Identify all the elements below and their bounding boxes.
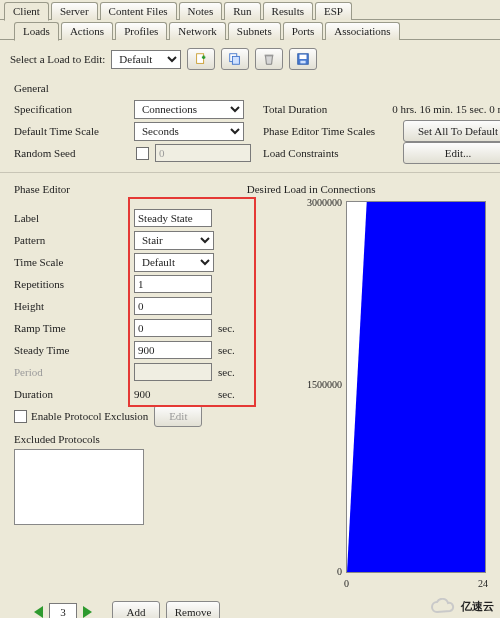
subtab-network[interactable]: Network xyxy=(169,22,226,40)
x-tick-r: 24 xyxy=(478,578,488,589)
sub-tabs: Loads Actions Profiles Network Subnets P… xyxy=(10,20,500,40)
steady-time-input[interactable] xyxy=(134,341,212,359)
chart-plot-area xyxy=(346,201,486,573)
protocol-exclusion-checkbox[interactable] xyxy=(14,410,27,423)
load-constraints-edit-button[interactable]: Edit... xyxy=(403,142,500,164)
y-tick-top: 3000000 xyxy=(307,197,342,208)
period-input xyxy=(134,363,212,381)
svg-rect-5 xyxy=(300,55,307,59)
save-icon xyxy=(296,52,310,66)
protocol-exclusion-edit-button: Edit xyxy=(154,405,202,427)
subtab-loads[interactable]: Loads xyxy=(14,22,59,41)
phase-and-chart: Phase Editor Label PatternStair Time Sca… xyxy=(8,179,492,591)
phase-editor-title: Phase Editor xyxy=(14,183,235,195)
period-unit: sec. xyxy=(218,366,235,378)
general-panel: General SpecificationConnections Default… xyxy=(8,78,492,170)
phase-label-label: Label xyxy=(14,212,134,224)
subtab-actions[interactable]: Actions xyxy=(61,22,113,40)
chart-title: Desired Load in Connections xyxy=(247,183,486,195)
pattern-select[interactable]: Stair xyxy=(134,231,214,250)
svg-rect-6 xyxy=(301,61,306,64)
ramp-unit: sec. xyxy=(218,322,235,334)
add-phase-button[interactable]: Add xyxy=(112,601,160,618)
steady-unit: sec. xyxy=(218,344,235,356)
y-tick-bot: 0 xyxy=(337,566,342,577)
chart-series xyxy=(347,202,485,572)
tab-server[interactable]: Server xyxy=(51,2,98,20)
main-tabs: Client Server Content Files Notes Run Re… xyxy=(0,0,500,20)
general-title: General xyxy=(14,82,486,94)
svg-marker-7 xyxy=(347,202,485,572)
svg-rect-2 xyxy=(233,56,240,64)
tab-esp[interactable]: ESP xyxy=(315,2,352,20)
specification-select[interactable]: Connections xyxy=(134,100,244,119)
phase-index-input[interactable] xyxy=(49,603,77,618)
y-tick-mid: 1500000 xyxy=(307,379,342,390)
new-load-button[interactable] xyxy=(187,48,215,70)
x-tick-0: 0 xyxy=(344,578,349,589)
duration-unit: sec. xyxy=(218,388,235,400)
steady-time-label: Steady Time xyxy=(14,344,134,356)
cloud-icon xyxy=(431,598,457,614)
height-input[interactable] xyxy=(134,297,212,315)
svg-rect-0 xyxy=(197,54,204,64)
load-toolbar: Select a Load to Edit: Default xyxy=(0,40,500,78)
phase-editor-timescales-label: Phase Editor Time Scales xyxy=(263,125,403,137)
subtab-ports[interactable]: Ports xyxy=(283,22,324,40)
tab-client[interactable]: Client xyxy=(4,2,49,21)
period-label: Period xyxy=(14,366,134,378)
document-plus-icon xyxy=(194,52,208,66)
watermark: 亿速云 xyxy=(431,597,494,614)
phase-label-input[interactable] xyxy=(134,209,212,227)
duration-value: 900 xyxy=(134,388,212,400)
tab-notes[interactable]: Notes xyxy=(179,2,223,20)
duration-label: Duration xyxy=(14,388,134,400)
excluded-protocols-list[interactable] xyxy=(14,449,144,525)
tab-results[interactable]: Results xyxy=(263,2,313,20)
phase-timescale-select[interactable]: Default xyxy=(134,253,214,272)
ramp-time-input[interactable] xyxy=(134,319,212,337)
export-load-button[interactable] xyxy=(289,48,317,70)
select-load-label: Select a Load to Edit: xyxy=(10,53,105,65)
trash-icon xyxy=(262,52,276,66)
specification-label: Specification xyxy=(14,103,134,115)
load-constraints-label: Load Constraints xyxy=(263,147,403,159)
tab-content-files[interactable]: Content Files xyxy=(100,2,177,20)
phase-timescale-label: Time Scale xyxy=(14,256,134,268)
repetitions-input[interactable] xyxy=(134,275,212,293)
random-seed-input[interactable] xyxy=(155,144,251,162)
subtab-profiles[interactable]: Profiles xyxy=(115,22,167,40)
random-seed-label: Random Seed xyxy=(14,147,134,159)
tab-run[interactable]: Run xyxy=(224,2,260,20)
delete-load-button[interactable] xyxy=(255,48,283,70)
total-duration-value: 0 hrs. 16 min. 15 sec. 0 ms. xyxy=(392,103,500,115)
default-timescale-select[interactable]: Seconds xyxy=(134,122,244,141)
height-label: Height xyxy=(14,300,134,312)
excluded-protocols-label: Excluded Protocols xyxy=(14,433,100,445)
subtab-subnets[interactable]: Subnets xyxy=(228,22,281,40)
subtab-associations[interactable]: Associations xyxy=(325,22,399,40)
svg-rect-3 xyxy=(265,55,274,57)
next-phase-button[interactable] xyxy=(83,606,92,618)
load-chart: 3000000 1500000 0 0 24 xyxy=(298,199,486,591)
default-timescale-label: Default Time Scale xyxy=(14,125,134,137)
phase-nav: Add Remove xyxy=(24,597,500,618)
random-seed-checkbox[interactable] xyxy=(136,147,149,160)
protocol-exclusion-label: Enable Protocol Exclusion xyxy=(31,410,148,422)
ramp-time-label: Ramp Time xyxy=(14,322,134,334)
load-select[interactable]: Default xyxy=(111,50,181,69)
copy-icon xyxy=(228,52,242,66)
total-duration-label: Total Duration xyxy=(263,103,353,115)
set-all-default-button[interactable]: Set All To Default xyxy=(403,120,500,142)
prev-phase-button[interactable] xyxy=(34,606,43,618)
copy-load-button[interactable] xyxy=(221,48,249,70)
remove-phase-button[interactable]: Remove xyxy=(166,601,220,618)
pattern-label: Pattern xyxy=(14,234,134,246)
repetitions-label: Repetitions xyxy=(14,278,134,290)
